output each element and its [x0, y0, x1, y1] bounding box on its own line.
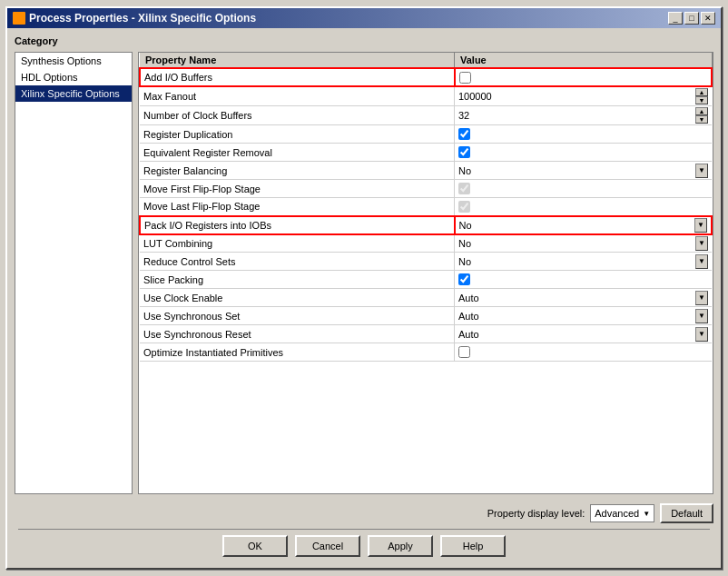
checkbox-container: [459, 72, 708, 84]
dropdown-arrow[interactable]: ▼: [695, 254, 708, 269]
prop-value-optimize-inst: [455, 343, 713, 362]
prop-name-max-fanout: Max Fanout: [140, 86, 455, 106]
dropdown-container: No ▼: [458, 164, 708, 178]
title-buttons: _ □ ✕: [668, 12, 715, 25]
spinner-container: 100000 ▲ ▼: [458, 88, 708, 104]
prop-name-optimize-inst: Optimize Instantiated Primitives: [140, 343, 455, 362]
cancel-button[interactable]: Cancel: [295, 535, 360, 557]
prop-name-reduce-ctrl: Reduce Control Sets: [140, 253, 455, 271]
slice-pack-checkbox[interactable]: [458, 273, 470, 285]
spinner-up[interactable]: ▲: [695, 107, 708, 115]
move-first-checkbox[interactable]: [458, 183, 470, 194]
prop-value-max-fanout: 100000 ▲ ▼: [455, 86, 713, 106]
prop-name-move-last: Move Last Flip-Flop Stage: [140, 198, 455, 216]
sidebar-item-xilinx[interactable]: Xilinx Specific Options: [15, 85, 132, 102]
table-row: Add I/O Buffers: [140, 68, 712, 86]
prop-value-reg-dup: [455, 125, 713, 144]
dropdown-arrow[interactable]: ▼: [695, 309, 708, 323]
prop-value-pack-io: No ▼: [455, 216, 713, 234]
button-row: OK Cancel Apply Help: [15, 535, 713, 561]
dropdown-arrow[interactable]: ▼: [695, 236, 708, 251]
table-row: Reduce Control Sets No ▼: [140, 253, 712, 271]
dropdown-container: Auto ▼: [458, 291, 708, 305]
add-io-buffers-checkbox[interactable]: [459, 72, 471, 84]
table-row: Move First Flip-Flop Stage: [140, 180, 712, 198]
table-row: Number of Clock Buffers 32 ▲ ▼: [140, 106, 712, 125]
column-header-property: Property Name: [140, 53, 455, 68]
minimize-button[interactable]: _: [668, 12, 683, 25]
prop-name-equiv-reg: Equivalent Register Removal: [140, 144, 455, 162]
prop-value-clock-buffers: 32 ▲ ▼: [455, 106, 713, 125]
prop-name-reg-bal: Register Balancing: [140, 162, 455, 180]
checkbox-container: [458, 273, 708, 285]
table-row: Pack I/O Registers into IOBs No ▼: [140, 216, 712, 234]
display-level-label: Property display level:: [487, 508, 585, 519]
table-row: Optimize Instantiated Primitives: [140, 343, 712, 362]
table-row: Move Last Flip-Flop Stage: [140, 198, 712, 216]
dropdown-arrow[interactable]: ▼: [695, 327, 708, 342]
table-row: Register Duplication: [140, 125, 712, 144]
default-button[interactable]: Default: [660, 503, 713, 523]
checkbox-container: [458, 183, 708, 194]
category-label: Category: [15, 35, 713, 46]
select-arrow-icon: ▼: [643, 510, 650, 518]
dropdown-container: No ▼: [458, 254, 708, 269]
apply-button[interactable]: Apply: [368, 535, 433, 557]
dropdown-arrow[interactable]: ▼: [695, 291, 708, 305]
spinner-down[interactable]: ▼: [695, 115, 708, 124]
prop-value-reduce-ctrl: No ▼: [455, 253, 713, 271]
table-row: Equivalent Register Removal: [140, 144, 712, 162]
table-row: Use Synchronous Set Auto ▼: [140, 307, 712, 325]
main-content: Synthesis Options HDL Options Xilinx Spe…: [15, 52, 713, 494]
prop-name-use-clk-en: Use Clock Enable: [140, 289, 455, 307]
dropdown-arrow[interactable]: ▼: [695, 164, 708, 178]
maximize-button[interactable]: □: [684, 12, 699, 25]
checkbox-container: [458, 346, 708, 358]
equiv-reg-checkbox[interactable]: [458, 146, 470, 158]
prop-value-use-clk-en: Auto ▼: [455, 289, 713, 307]
dropdown-container: Auto ▼: [458, 327, 708, 342]
table-row: Slice Packing: [140, 271, 712, 289]
title-bar-left: Process Properties - Xilinx Specific Opt…: [13, 12, 256, 25]
checkbox-container: [458, 201, 708, 213]
spinner-buttons: ▲ ▼: [695, 107, 708, 124]
optimize-inst-checkbox[interactable]: [458, 346, 470, 358]
prop-name-pack-io: Pack I/O Registers into IOBs: [140, 216, 455, 234]
prop-value-add-io-buffers: [455, 68, 713, 86]
prop-value-slice-pack: [455, 271, 713, 289]
dropdown-container: No ▼: [458, 236, 708, 251]
spinner-container: 32 ▲ ▼: [458, 107, 708, 124]
dropdown-arrow[interactable]: ▼: [694, 218, 707, 233]
prop-value-equiv-reg: [455, 144, 713, 162]
prop-value-use-sync-rst: Auto ▼: [455, 325, 713, 343]
sidebar: Synthesis Options HDL Options Xilinx Spe…: [15, 52, 133, 494]
sidebar-item-hdl[interactable]: HDL Options: [15, 69, 132, 85]
prop-value-move-first: [455, 180, 713, 198]
window-body: Category Synthesis Options HDL Options X…: [7, 28, 721, 568]
dropdown-container: Auto ▼: [458, 309, 708, 323]
table-row: LUT Combining No ▼: [140, 234, 712, 253]
close-button[interactable]: ✕: [701, 12, 715, 25]
move-last-checkbox[interactable]: [458, 201, 470, 213]
prop-name-use-sync-rst: Use Synchronous Reset: [140, 325, 455, 343]
column-header-value: Value: [455, 53, 713, 68]
display-level-row: Property display level: Advanced ▼ Defau…: [15, 503, 713, 523]
spinner-buttons: ▲ ▼: [695, 88, 708, 104]
window-icon: [13, 12, 25, 25]
dropdown-container: No ▼: [459, 218, 708, 233]
display-level-select[interactable]: Advanced ▼: [590, 504, 654, 522]
help-button[interactable]: Help: [440, 535, 506, 557]
table-row: Use Synchronous Reset Auto ▼: [140, 325, 712, 343]
bottom-bar: Property display level: Advanced ▼ Defau…: [15, 498, 713, 561]
display-level-value: Advanced: [595, 508, 639, 519]
spinner-down[interactable]: ▼: [695, 96, 708, 104]
reg-dup-checkbox[interactable]: [458, 128, 470, 140]
table-row: Max Fanout 100000 ▲ ▼: [140, 86, 712, 106]
main-window: Process Properties - Xilinx Specific Opt…: [5, 6, 723, 570]
prop-name-clock-buffers: Number of Clock Buffers: [140, 106, 455, 125]
prop-name-move-first: Move First Flip-Flop Stage: [140, 180, 455, 198]
ok-button[interactable]: OK: [222, 535, 288, 557]
prop-value-reg-bal: No ▼: [455, 162, 713, 180]
spinner-up[interactable]: ▲: [695, 88, 708, 96]
sidebar-item-synthesis[interactable]: Synthesis Options: [15, 53, 132, 69]
